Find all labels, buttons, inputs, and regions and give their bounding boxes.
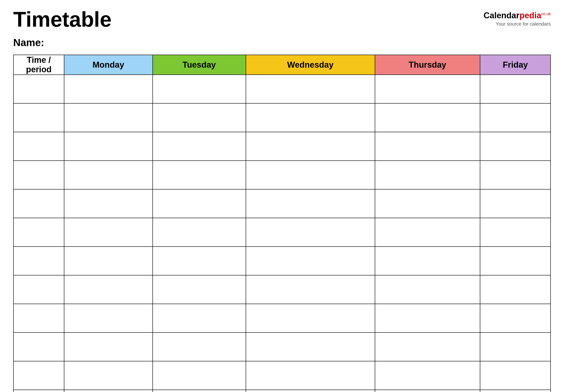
- table-cell[interactable]: [480, 361, 550, 390]
- table-cell[interactable]: [480, 390, 550, 392]
- table-cell[interactable]: [375, 103, 480, 132]
- table-cell[interactable]: [246, 247, 375, 275]
- table-cell[interactable]: [375, 275, 480, 304]
- table-cell[interactable]: [375, 304, 480, 333]
- table-cell[interactable]: [375, 75, 480, 103]
- table-cell[interactable]: [64, 132, 153, 161]
- table-cell[interactable]: [153, 132, 246, 161]
- table-cell[interactable]: [375, 333, 480, 361]
- table-cell[interactable]: [14, 75, 64, 103]
- table-cell[interactable]: [64, 75, 153, 103]
- table-cell[interactable]: [480, 304, 550, 333]
- table-cell[interactable]: [246, 218, 375, 247]
- logo-calendar-part: Calendar: [483, 11, 520, 20]
- table-cell[interactable]: [246, 132, 375, 161]
- table-row: [14, 75, 550, 103]
- table-row: [14, 333, 550, 361]
- logo-pedia-part: pedia: [520, 11, 541, 20]
- table-cell[interactable]: [64, 333, 153, 361]
- table-cell[interactable]: [64, 189, 153, 218]
- table-cell[interactable]: [14, 390, 64, 392]
- col-header-friday: Friday: [480, 55, 550, 75]
- logo: Calendarpediaco.uk: [483, 11, 551, 20]
- table-cell[interactable]: [64, 275, 153, 304]
- table-cell[interactable]: [64, 218, 153, 247]
- page-title: Timetable: [13, 9, 111, 30]
- table-cell[interactable]: [246, 304, 375, 333]
- table-cell[interactable]: [14, 189, 64, 218]
- col-header-tuesday: Tuesday: [153, 55, 246, 75]
- table-cell[interactable]: [14, 161, 64, 189]
- table-cell[interactable]: [153, 103, 246, 132]
- table-cell[interactable]: [153, 189, 246, 218]
- table-cell[interactable]: [14, 103, 64, 132]
- table-cell[interactable]: [375, 218, 480, 247]
- table-row: [14, 304, 550, 333]
- col-header-monday: Monday: [64, 55, 153, 75]
- table-cell[interactable]: [14, 132, 64, 161]
- table-header-row: Time / period Monday Tuesday Wednesday T…: [14, 55, 550, 75]
- table-cell[interactable]: [480, 218, 550, 247]
- table-cell[interactable]: [64, 247, 153, 275]
- table-cell[interactable]: [246, 361, 375, 390]
- table-cell[interactable]: [480, 103, 550, 132]
- timetable-body: [14, 75, 550, 392]
- col-header-wednesday: Wednesday: [246, 55, 375, 75]
- table-cell[interactable]: [64, 103, 153, 132]
- table-cell[interactable]: [14, 275, 64, 304]
- name-label: Name:: [13, 37, 551, 48]
- table-row: [14, 390, 550, 392]
- table-cell[interactable]: [246, 390, 375, 392]
- table-cell[interactable]: [64, 390, 153, 392]
- table-cell[interactable]: [246, 161, 375, 189]
- table-row: [14, 218, 550, 247]
- table-cell[interactable]: [153, 275, 246, 304]
- table-cell[interactable]: [64, 161, 153, 189]
- table-cell[interactable]: [375, 247, 480, 275]
- table-cell[interactable]: [375, 132, 480, 161]
- table-row: [14, 275, 550, 304]
- table-cell[interactable]: [153, 304, 246, 333]
- table-cell[interactable]: [246, 275, 375, 304]
- table-cell[interactable]: [480, 247, 550, 275]
- table-cell[interactable]: [375, 161, 480, 189]
- logo-area: Calendarpediaco.uk Your source for calen…: [483, 9, 551, 27]
- table-cell[interactable]: [14, 361, 64, 390]
- table-cell[interactable]: [480, 161, 550, 189]
- table-cell[interactable]: [14, 333, 64, 361]
- table-cell[interactable]: [153, 75, 246, 103]
- table-cell[interactable]: [246, 103, 375, 132]
- table-cell[interactable]: [14, 304, 64, 333]
- table-cell[interactable]: [480, 132, 550, 161]
- table-cell[interactable]: [153, 247, 246, 275]
- table-cell[interactable]: [480, 333, 550, 361]
- table-cell[interactable]: [480, 275, 550, 304]
- page-header: Timetable Calendarpediaco.uk Your source…: [13, 9, 551, 30]
- table-row: [14, 161, 550, 189]
- table-row: [14, 189, 550, 218]
- table-cell[interactable]: [480, 75, 550, 103]
- table-row: [14, 132, 550, 161]
- table-cell[interactable]: [153, 333, 246, 361]
- table-row: [14, 361, 550, 390]
- timetable: Time / period Monday Tuesday Wednesday T…: [13, 55, 551, 392]
- table-cell[interactable]: [64, 361, 153, 390]
- table-cell[interactable]: [64, 304, 153, 333]
- table-cell[interactable]: [153, 390, 246, 392]
- col-header-time: Time / period: [14, 55, 64, 75]
- table-cell[interactable]: [153, 161, 246, 189]
- table-cell[interactable]: [375, 361, 480, 390]
- table-cell[interactable]: [375, 390, 480, 392]
- table-cell[interactable]: [14, 247, 64, 275]
- logo-subtitle: Your source for calendars: [496, 21, 551, 27]
- table-cell[interactable]: [375, 189, 480, 218]
- col-header-thursday: Thursday: [375, 55, 480, 75]
- table-cell[interactable]: [153, 218, 246, 247]
- table-cell[interactable]: [480, 189, 550, 218]
- table-cell[interactable]: [153, 361, 246, 390]
- table-cell[interactable]: [246, 333, 375, 361]
- logo-couk: co.uk: [541, 12, 551, 16]
- table-cell[interactable]: [246, 189, 375, 218]
- table-cell[interactable]: [14, 218, 64, 247]
- table-cell[interactable]: [246, 75, 375, 103]
